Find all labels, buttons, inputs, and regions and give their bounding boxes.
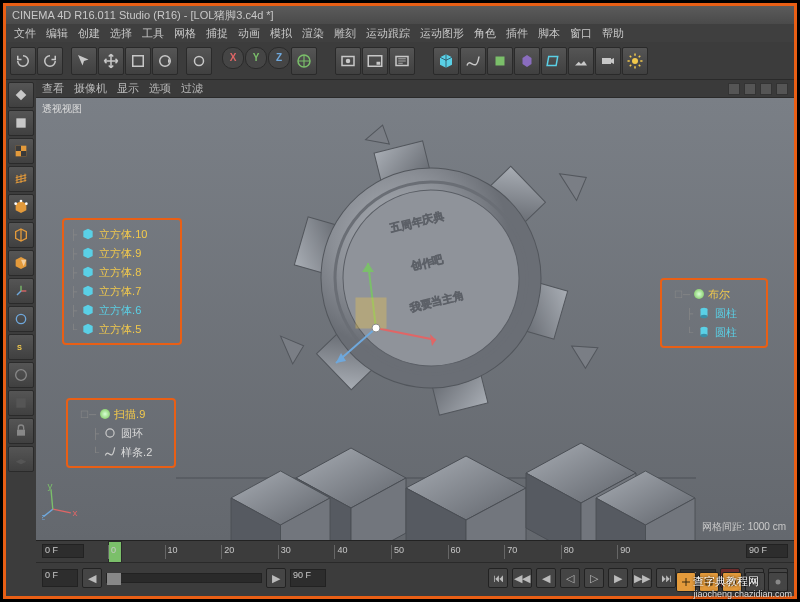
vp-layout-icon[interactable] (760, 83, 772, 95)
enable-axis[interactable] (8, 278, 34, 304)
viewport-solo[interactable] (8, 390, 34, 416)
select-tool[interactable] (71, 47, 97, 75)
menu-render[interactable]: 渲染 (298, 26, 328, 40)
z-axis-toggle[interactable]: Z (268, 47, 290, 69)
svg-point-18 (14, 202, 17, 205)
menu-script[interactable]: 脚本 (534, 26, 564, 40)
menu-snap[interactable]: 捕捉 (202, 26, 232, 40)
range-start-input[interactable]: 0 F (42, 544, 84, 558)
watermark-url: jiaocheng.chazidian.com (693, 589, 792, 599)
range-end-input[interactable]: 90 F (746, 544, 788, 558)
timeline-scale[interactable]: 0 10 20 30 40 50 60 70 80 90 (108, 545, 674, 559)
scrubber-handle[interactable] (107, 573, 121, 585)
vp-display[interactable]: 显示 (117, 81, 139, 96)
rotate-tool[interactable] (152, 47, 178, 75)
poly-mode[interactable] (8, 250, 34, 276)
tree-item: ├立方体.6 (70, 301, 174, 319)
prev-key-button[interactable]: ◀◀ (512, 568, 532, 588)
x-axis-toggle[interactable]: X (222, 47, 244, 69)
edge-mode[interactable] (8, 222, 34, 248)
prev-frame-button[interactable]: ◀ (536, 568, 556, 588)
nurbs-primitive[interactable] (487, 47, 513, 75)
render-pv-button[interactable] (362, 47, 388, 75)
texture-mode[interactable] (8, 138, 34, 164)
vp-filter[interactable]: 过滤 (181, 81, 203, 96)
menu-create[interactable]: 创建 (74, 26, 104, 40)
generator-primitive[interactable] (514, 47, 540, 75)
tweak-mode[interactable] (8, 306, 34, 332)
vp-layout-icon[interactable] (728, 83, 740, 95)
3d-viewport[interactable]: 透视视图 (36, 98, 794, 540)
tree-item: ☐─扫描.9 (80, 405, 168, 423)
next-frame-button[interactable]: ▶ (608, 568, 628, 588)
menu-window[interactable]: 窗口 (566, 26, 596, 40)
world-axis-toggle[interactable] (291, 47, 317, 75)
undo-button[interactable] (10, 47, 36, 75)
spline-primitive[interactable] (460, 47, 486, 75)
vp-camera[interactable]: 摄像机 (74, 81, 107, 96)
menu-character[interactable]: 角色 (470, 26, 500, 40)
menu-sim[interactable]: 模拟 (266, 26, 296, 40)
vp-view[interactable]: 查看 (42, 81, 64, 96)
menu-track[interactable]: 运动跟踪 (362, 26, 414, 40)
preview-start-input[interactable]: 0 F (42, 569, 78, 587)
scale-tool[interactable] (125, 47, 151, 75)
goto-end-button[interactable]: ⏭ (656, 568, 676, 588)
cylinder-icon (697, 325, 711, 339)
play-back-button[interactable]: ◁ (560, 568, 580, 588)
circle-icon (103, 426, 117, 440)
move-tool[interactable] (98, 47, 124, 75)
make-editable-button[interactable] (8, 82, 34, 108)
tick: 70 (504, 545, 561, 559)
scrub-right[interactable]: ▶ (266, 568, 286, 588)
svg-rect-12 (16, 118, 25, 127)
menu-file[interactable]: 文件 (10, 26, 40, 40)
menu-select[interactable]: 选择 (106, 26, 136, 40)
tick: 90 (617, 545, 674, 559)
tick: 60 (448, 545, 505, 559)
play-button[interactable]: ▷ (584, 568, 604, 588)
vp-layout-icon[interactable] (744, 83, 756, 95)
deformer-primitive[interactable] (541, 47, 567, 75)
menu-sculpt[interactable]: 雕刻 (330, 26, 360, 40)
menu-edit[interactable]: 编辑 (42, 26, 72, 40)
model-mode[interactable] (8, 110, 34, 136)
spline-icon (103, 445, 117, 459)
light-primitive[interactable] (622, 47, 648, 75)
redo-button[interactable] (37, 47, 63, 75)
goto-start-button[interactable]: ⏮ (488, 568, 508, 588)
svg-text:S: S (17, 343, 22, 352)
preview-end-input[interactable]: 90 F (290, 569, 326, 587)
render-view-button[interactable] (335, 47, 361, 75)
last-tool[interactable] (186, 47, 212, 75)
scrub-left[interactable]: ◀ (82, 568, 102, 588)
cube-primitive[interactable] (433, 47, 459, 75)
locked-workplane[interactable] (8, 418, 34, 444)
window-title: CINEMA 4D R16.011 Studio (R16) - [LOL猪脚3… (12, 9, 274, 21)
menu-tools[interactable]: 工具 (138, 26, 168, 40)
workplane-mode[interactable] (8, 166, 34, 192)
snap-toggle[interactable]: S (8, 334, 34, 360)
menu-help[interactable]: 帮助 (598, 26, 628, 40)
menu-mograph[interactable]: 运动图形 (416, 26, 468, 40)
camera-primitive[interactable] (595, 47, 621, 75)
render-settings-button[interactable] (389, 47, 415, 75)
planar-workplane[interactable] (8, 446, 34, 472)
cube-icon (81, 303, 95, 317)
mini-axis-icon: x y z (42, 484, 78, 520)
scene-render: 五周年庆典 创作吧 我要当主角 (176, 98, 696, 540)
svg-marker-40 (363, 125, 389, 150)
point-mode[interactable] (8, 194, 34, 220)
vp-options[interactable]: 选项 (149, 81, 171, 96)
y-axis-toggle[interactable]: Y (245, 47, 267, 69)
enable-axis-mod[interactable] (8, 362, 34, 388)
vp-layout-icon[interactable] (776, 83, 788, 95)
svg-point-16 (20, 200, 23, 203)
menu-mesh[interactable]: 网格 (170, 26, 200, 40)
menu-plugins[interactable]: 插件 (502, 26, 532, 40)
environment-primitive[interactable] (568, 47, 594, 75)
next-key-button[interactable]: ▶▶ (632, 568, 652, 588)
menu-bar: 文件 编辑 创建 选择 工具 网格 捕捉 动画 模拟 渲染 雕刻 运动跟踪 运动… (6, 24, 794, 42)
menu-anim[interactable]: 动画 (234, 26, 264, 40)
svg-line-50 (51, 489, 53, 509)
